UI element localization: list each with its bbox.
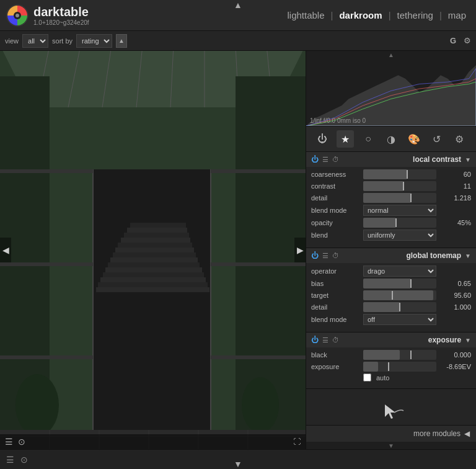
operator-select[interactable]: drago reinhard filmic xyxy=(363,266,436,277)
circle-half-icon-btn[interactable]: ◑ xyxy=(382,130,400,148)
svg-rect-29 xyxy=(130,223,186,228)
param-blend: blend uniformly parametric xyxy=(311,230,471,241)
power-icon-btn[interactable]: ⏻ xyxy=(314,130,331,148)
exposure-slider[interactable] xyxy=(363,362,436,372)
auto-checkbox[interactable] xyxy=(363,373,371,382)
svg-rect-20 xyxy=(105,267,202,272)
module-power-icon2[interactable]: ⏻ xyxy=(311,251,319,260)
svg-rect-34 xyxy=(0,355,93,359)
param-auto: auto xyxy=(311,373,471,382)
svg-rect-19 xyxy=(103,272,204,277)
sort-select[interactable]: rating xyxy=(76,34,112,48)
logo-area: darktable 1.0+1820~g324e20f xyxy=(6,4,130,27)
menu-icon[interactable]: ☰ xyxy=(5,437,13,447)
histogram-info: 1/inf f/0.0 0mm iso 0 xyxy=(310,117,366,124)
grid-bottom-icon[interactable]: ⊙ xyxy=(20,455,28,465)
logo-icon xyxy=(6,4,29,27)
next-image-button[interactable]: ▶ xyxy=(294,238,306,262)
g-button[interactable]: G xyxy=(450,36,456,45)
param-detail2: detail 1.000 xyxy=(311,302,471,312)
detail2-slider[interactable] xyxy=(363,302,436,312)
app-version: 1.0+1820~g324e20f xyxy=(33,19,89,26)
grid-icon[interactable]: ⊙ xyxy=(18,437,25,447)
opacity-slider[interactable] xyxy=(363,218,436,228)
module-global-tonemap-arrow[interactable]: ▼ xyxy=(465,252,471,259)
scroll-down-button[interactable]: ▼ xyxy=(306,442,476,449)
param-opacity: opacity 45% xyxy=(311,218,471,228)
module-global-tonemap-header[interactable]: ⏻ ☰ ⏱ global tonemap ▼ xyxy=(306,248,476,263)
param-contrast: contrast 11 xyxy=(311,181,471,191)
cursor-area xyxy=(306,389,476,425)
expand-icon[interactable]: ⛶ xyxy=(293,437,301,446)
module-clock-icon[interactable]: ⏱ xyxy=(332,156,339,163)
histogram-chart xyxy=(306,58,476,126)
blend-select[interactable]: uniformly parametric xyxy=(363,230,436,241)
module-exposure-header[interactable]: ⏻ ☰ ⏱ exposure ▼ xyxy=(306,333,476,347)
svg-rect-32 xyxy=(0,169,93,173)
sort-label: sort by xyxy=(52,37,73,45)
module-clock-icon3[interactable]: ⏱ xyxy=(332,336,339,344)
module-local-contrast-body: coarseness 60 contrast 11 xyxy=(306,167,476,248)
svg-rect-33 xyxy=(0,262,93,266)
nav-tethering[interactable]: tethering xyxy=(394,7,437,23)
main-area: ◀ ▶ xyxy=(0,51,476,449)
module-exposure-body: black 0.000 exposure -8.69EV xyxy=(306,347,476,388)
svg-point-38 xyxy=(15,374,59,436)
settings-button[interactable]: ⚙ xyxy=(464,36,471,45)
refresh-icon-btn[interactable]: ↺ xyxy=(428,130,446,148)
view-select[interactable]: all xyxy=(22,34,48,48)
param-coarseness: coarseness 60 xyxy=(311,169,471,179)
auto-label: auto xyxy=(376,374,389,382)
svg-rect-16 xyxy=(96,287,209,292)
detail-slider[interactable] xyxy=(363,193,436,203)
circle-empty-icon-btn[interactable]: ○ xyxy=(359,130,377,148)
svg-rect-22 xyxy=(110,257,198,262)
more-modules-arrow: ◀ xyxy=(464,429,470,438)
coarseness-slider[interactable] xyxy=(363,169,436,179)
menu-bottom-icon[interactable]: ☰ xyxy=(6,455,14,465)
module-power-icon3[interactable]: ⏻ xyxy=(311,336,319,344)
top-scroll-arrow[interactable]: ▲ xyxy=(234,0,242,10)
module-menu-icon3[interactable]: ☰ xyxy=(322,336,328,344)
param-detail: detail 1.218 xyxy=(311,193,471,203)
bottom-icons: ☰ ⊙ xyxy=(5,437,25,447)
bias-slider[interactable] xyxy=(363,279,436,288)
svg-rect-24 xyxy=(115,248,194,252)
svg-rect-26 xyxy=(121,238,190,243)
module-menu-icon2[interactable]: ☰ xyxy=(322,252,328,260)
right-panel: ▲ 1/inf f/0.0 0mm iso 0 ⏻ ★ ○ ◑ 🎨 ↺ ⚙ xyxy=(306,51,476,449)
module-menu-icon[interactable]: ☰ xyxy=(322,156,328,164)
more-modules-label: more modules xyxy=(413,429,461,438)
black-slider[interactable] xyxy=(363,350,436,360)
scroll-up-button[interactable]: ▲ xyxy=(306,51,476,58)
prev-image-button[interactable]: ◀ xyxy=(0,238,11,262)
svg-rect-18 xyxy=(100,277,206,282)
module-local-contrast-header[interactable]: ⏻ ☰ ⏱ local contrast ▼ xyxy=(306,152,476,167)
module-clock-icon2[interactable]: ⏱ xyxy=(332,252,339,259)
blend-mode2-select[interactable]: off normal xyxy=(363,314,436,325)
svg-rect-17 xyxy=(98,282,208,287)
gear-icon-btn[interactable]: ⚙ xyxy=(451,130,468,148)
logo-text: darktable 1.0+1820~g324e20f xyxy=(33,5,89,26)
module-power-icon[interactable]: ⏻ xyxy=(311,155,319,164)
svg-rect-36 xyxy=(211,262,306,266)
target-slider[interactable] xyxy=(363,290,436,300)
more-modules-button[interactable]: more modules ◀ xyxy=(306,425,476,442)
blend-mode-select[interactable]: normal multiply screen xyxy=(363,205,436,216)
svg-rect-27 xyxy=(124,233,189,238)
param-blend-mode: blend mode normal multiply screen xyxy=(311,205,471,216)
module-local-contrast-arrow[interactable]: ▼ xyxy=(465,156,471,163)
module-global-tonemap-body: operator drago reinhard filmic bias xyxy=(306,263,476,332)
contrast-slider[interactable] xyxy=(363,181,436,191)
nav-darkroom[interactable]: darkroom xyxy=(335,7,386,23)
nav-map[interactable]: map xyxy=(444,7,470,23)
building-scene xyxy=(0,51,306,449)
bottom-scroll-arrow[interactable]: ▼ xyxy=(234,459,242,469)
module-local-contrast: ⏻ ☰ ⏱ local contrast ▼ coarseness 60 xyxy=(306,152,476,248)
param-blend-mode2: blend mode off normal xyxy=(311,314,471,325)
star-icon-btn[interactable]: ★ xyxy=(337,130,354,148)
sort-direction-button[interactable]: ▲ xyxy=(116,34,127,48)
nav-lighttable[interactable]: lighttable xyxy=(283,7,328,23)
color-wheel-icon-btn[interactable]: 🎨 xyxy=(405,130,423,148)
module-exposure-arrow[interactable]: ▼ xyxy=(465,337,471,344)
